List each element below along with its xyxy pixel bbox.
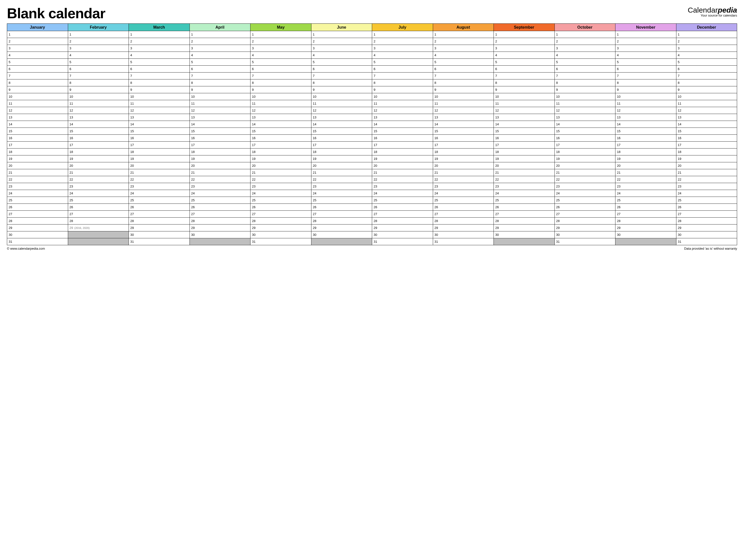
day-cell: 28: [68, 218, 129, 224]
day-row-31: 31313131313131: [7, 238, 737, 245]
day-cell: 25: [129, 197, 190, 204]
day-cell: 23: [616, 183, 676, 190]
day-cell: 4: [555, 52, 616, 59]
day-row-13: 131313131313131313131313: [7, 114, 737, 121]
day-cell: 28: [555, 218, 616, 224]
day-cell: 27: [7, 211, 68, 218]
day-cell: 28: [189, 218, 251, 224]
day-cell: 1: [494, 31, 555, 38]
day-cell: 24: [129, 190, 190, 197]
day-cell: 25: [189, 197, 251, 204]
day-cell: 22: [555, 176, 616, 183]
day-cell: 19: [129, 155, 190, 162]
day-cell: 10: [616, 93, 676, 100]
day-cell: 16: [189, 135, 251, 142]
day-cell: 15: [433, 128, 494, 135]
day-row-19: 191919191919191919191919: [7, 155, 737, 162]
day-cell: 30: [555, 231, 616, 238]
day-cell: 4: [676, 52, 737, 59]
day-cell: 18: [372, 149, 433, 155]
day-cell: 10: [311, 93, 372, 100]
day-row-17: 171717171717171717171717: [7, 142, 737, 149]
footer-right: Data provided 'as is' without warranty: [684, 247, 737, 250]
day-cell: 15: [676, 128, 737, 135]
month-header-november: November: [616, 24, 676, 31]
day-cell: 6: [251, 66, 311, 73]
day-cell: 3: [372, 45, 433, 52]
day-cell: 19: [68, 155, 129, 162]
day-row-29: 2929 (2016, 2020)29292929292929292929: [7, 224, 737, 231]
day-cell: 5: [189, 59, 251, 66]
day-cell: 16: [676, 135, 737, 142]
day-cell: 17: [372, 142, 433, 149]
day-cell: 22: [676, 176, 737, 183]
month-header-july: July: [372, 24, 433, 31]
day-cell: 23: [7, 183, 68, 190]
day-cell: 27: [189, 211, 251, 218]
day-row-4: 444444444444: [7, 52, 737, 59]
day-cell: 3: [676, 45, 737, 52]
day-cell: 3: [68, 45, 129, 52]
day-cell: 24: [68, 190, 129, 197]
day-cell: 9: [7, 86, 68, 93]
day-cell: 31: [555, 238, 616, 245]
day-cell: 13: [372, 114, 433, 121]
day-cell: 23: [433, 183, 494, 190]
day-cell: 22: [68, 176, 129, 183]
day-cell: 13: [189, 114, 251, 121]
day-cell: 2: [555, 38, 616, 45]
day-cell: 17: [7, 142, 68, 149]
day-cell: 4: [189, 52, 251, 59]
day-cell: 20: [251, 162, 311, 169]
day-cell: 20: [189, 162, 251, 169]
day-cell: 30: [616, 231, 676, 238]
day-cell: 1: [676, 31, 737, 38]
day-cell: 6: [311, 66, 372, 73]
day-cell: 12: [372, 107, 433, 114]
day-row-16: 161616161616161616161616: [7, 135, 737, 142]
day-cell: 20: [129, 162, 190, 169]
day-cell: 20: [372, 162, 433, 169]
day-row-1: 111111111111: [7, 31, 737, 38]
day-cell: 15: [68, 128, 129, 135]
day-cell: 21: [616, 169, 676, 176]
day-cell: 20: [494, 162, 555, 169]
day-cell: 29: [616, 224, 676, 231]
day-cell: 2: [189, 38, 251, 45]
day-cell: 2: [311, 38, 372, 45]
brand-block: Calendarpedia Your source for calendars: [688, 5, 737, 17]
day-cell: 31: [372, 238, 433, 245]
day-cell: 11: [372, 100, 433, 107]
day-cell: 7: [251, 73, 311, 79]
day-cell: 7: [616, 73, 676, 79]
day-row-25: 252525252525252525252525: [7, 197, 737, 204]
day-cell: 28: [494, 218, 555, 224]
day-cell: 6: [7, 66, 68, 73]
day-row-12: 121212121212121212121212: [7, 107, 737, 114]
day-cell: 30: [129, 231, 190, 238]
day-cell: 28: [372, 218, 433, 224]
day-cell: 15: [7, 128, 68, 135]
day-cell: 26: [189, 204, 251, 211]
day-cell: 4: [311, 52, 372, 59]
day-cell: 23: [372, 183, 433, 190]
day-cell: 1: [129, 31, 190, 38]
day-cell: 19: [7, 155, 68, 162]
day-cell: 30: [311, 231, 372, 238]
day-cell: 13: [555, 114, 616, 121]
day-cell: 11: [555, 100, 616, 107]
day-cell: 19: [372, 155, 433, 162]
day-cell: 5: [616, 59, 676, 66]
day-cell: 8: [676, 79, 737, 86]
day-cell: 30: [494, 231, 555, 238]
day-cell: 1: [7, 31, 68, 38]
day-cell: 22: [129, 176, 190, 183]
day-cell: 4: [372, 52, 433, 59]
day-cell: 30: [189, 231, 251, 238]
day-cell: 27: [616, 211, 676, 218]
day-cell: 27: [555, 211, 616, 218]
day-cell: 10: [555, 93, 616, 100]
day-cell: 10: [7, 93, 68, 100]
day-cell: 6: [494, 66, 555, 73]
day-cell: 12: [433, 107, 494, 114]
